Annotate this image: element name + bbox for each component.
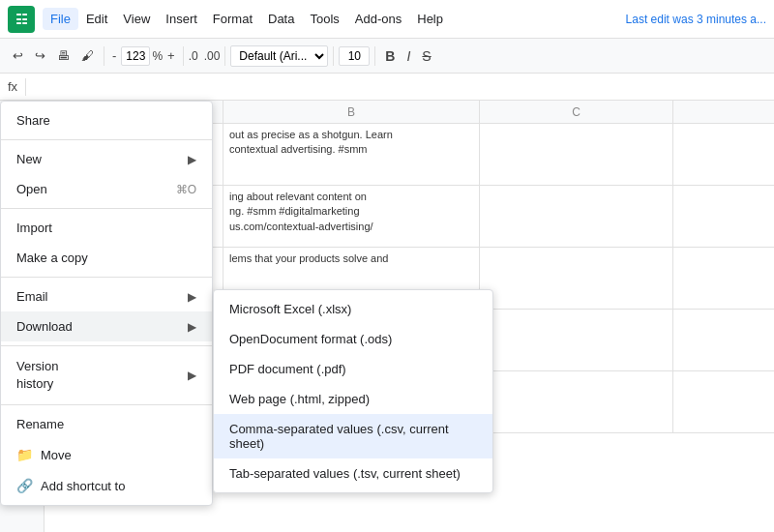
decimal-format0: .0 [189, 49, 198, 63]
formula-input[interactable] [34, 79, 766, 94]
toolbar-redo[interactable]: ↪ [30, 46, 50, 65]
menu-item-rename[interactable]: Rename [1, 409, 212, 439]
submenu-item-xlsx[interactable]: Microsoft Excel (.xlsx) [214, 294, 492, 324]
file-menu-dropdown: Share New ▶ Open ⌘O Import Make a copy E… [0, 101, 213, 506]
toolbar-undo[interactable]: ↩ [8, 46, 28, 65]
menu-item-email[interactable]: Email ▶ [1, 281, 212, 311]
menu-bar: File Edit View Insert Format Data Tools … [43, 8, 626, 30]
menu-file[interactable]: File [43, 8, 78, 30]
download-submenu: Microsoft Excel (.xlsx) OpenDocument for… [213, 289, 493, 493]
toolbar-zoom-in[interactable]: + [164, 46, 178, 65]
arrow-icon-download: ▶ [188, 320, 196, 334]
cell-1c[interactable] [480, 124, 673, 185]
toolbar-zoom-out[interactable]: - [109, 46, 119, 65]
shortcut-icon: 🔗 [16, 478, 33, 493]
toolbar-print[interactable]: 🖶 [52, 46, 74, 65]
menu-item-add-shortcut[interactable]: 🔗 Add shortcut to [1, 470, 212, 501]
decimal-format2: .00 [204, 49, 221, 63]
bold-button[interactable]: B [380, 46, 400, 66]
main-area: 1 2 3 4 5 B C Mo...ho...#dht out as prec… [0, 101, 774, 532]
cell-1b[interactable]: out as precise as a shotgun. Learncontex… [223, 124, 480, 185]
menu-item-move[interactable]: 📁 Move [1, 439, 212, 470]
cell-2c[interactable] [480, 186, 673, 247]
shortcut-open: ⌘O [176, 183, 196, 196]
move-folder-icon: 📁 [16, 447, 33, 462]
menu-item-download[interactable]: Download ▶ [1, 311, 212, 341]
col-header-c: C [480, 101, 673, 123]
submenu-item-pdf[interactable]: PDF document (.pdf) [214, 354, 492, 384]
zoom-percent: % [152, 49, 163, 63]
cell-4c[interactable] [480, 310, 673, 370]
menu-item-version-history[interactable]: Versionhistory ▶ [1, 350, 212, 400]
menu-addons[interactable]: Add-ons [347, 8, 409, 30]
arrow-icon-version: ▶ [188, 369, 196, 382]
submenu-item-html[interactable]: Web page (.html, zipped) [214, 384, 492, 414]
menu-format[interactable]: Format [205, 8, 260, 30]
toolbar-format-paint[interactable]: 🖌 [76, 46, 99, 65]
menu-item-make-copy[interactable]: Make a copy [1, 243, 212, 273]
toolbar: ↩ ↪ 🖶 🖌 - 123 % + .0 .00 Default (Ari...… [0, 39, 774, 74]
col-header-b: B [223, 101, 480, 123]
cell-2b[interactable]: ing about relevant content onng. #smm #d… [223, 186, 480, 247]
cell-5c[interactable] [480, 371, 673, 432]
menu-view[interactable]: View [115, 8, 158, 30]
arrow-icon-email: ▶ [188, 290, 196, 304]
zoom-level: 123 [121, 46, 150, 66]
menu-help[interactable]: Help [409, 8, 451, 30]
sheets-logo: ☷ [8, 6, 35, 33]
menu-item-import[interactable]: Import [1, 213, 212, 243]
formula-label: fx [8, 79, 17, 94]
menu-edit[interactable]: Edit [78, 8, 115, 30]
last-edit-status: Last edit was 3 minutes a... [626, 13, 766, 26]
menu-item-new[interactable]: New ▶ [1, 144, 212, 174]
formula-bar: fx [0, 74, 774, 101]
arrow-icon: ▶ [188, 153, 196, 166]
cell-3c[interactable] [480, 248, 673, 309]
strikethrough-button[interactable]: S [417, 46, 435, 66]
menu-item-share[interactable]: Share [1, 105, 212, 135]
menu-tools[interactable]: Tools [302, 8, 346, 30]
submenu-item-tsv[interactable]: Tab-separated values (.tsv, current shee… [214, 458, 492, 488]
menu-data[interactable]: Data [260, 8, 302, 30]
italic-button[interactable]: I [402, 46, 415, 66]
menu-insert[interactable]: Insert [158, 8, 205, 30]
submenu-item-ods[interactable]: OpenDocument format (.ods) [214, 324, 492, 354]
submenu-item-csv[interactable]: Comma-separated values (.csv, current sh… [214, 414, 492, 458]
font-select[interactable]: Default (Ari... [230, 45, 328, 67]
font-size-input[interactable] [339, 46, 370, 66]
menu-item-open[interactable]: Open ⌘O [1, 174, 212, 204]
